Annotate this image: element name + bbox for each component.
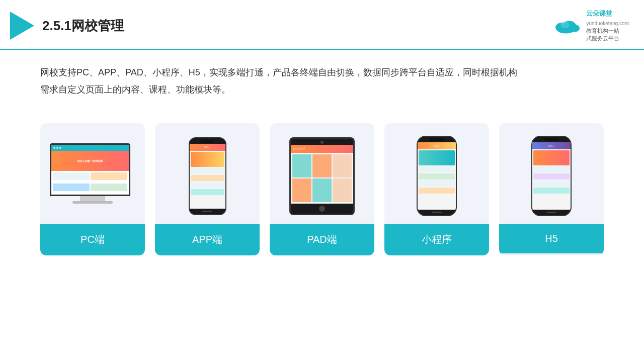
pad-cell-6 bbox=[333, 178, 352, 202]
card-app: 职达人 APP端 bbox=[155, 123, 260, 255]
brand-url: yunduoketang.com bbox=[586, 21, 629, 26]
app-screen-content: 职达人 bbox=[190, 144, 225, 209]
app-phone-screen: 职达人 bbox=[190, 144, 225, 209]
pad-screen-content: 职达人训练课 bbox=[291, 145, 353, 204]
pc-screen-content: 职达人的第一堂训练课 bbox=[51, 145, 129, 195]
miniprogram-screen: 职达人 bbox=[418, 142, 456, 210]
brand-tagline: 教育机构一站式服务云平台 bbox=[586, 27, 629, 43]
pc-nav-bar bbox=[51, 145, 129, 151]
pc-screen: 职达人的第一堂训练课 bbox=[50, 143, 130, 196]
pc-mockup: 职达人的第一堂训练课 bbox=[50, 143, 135, 209]
cloud-icon bbox=[553, 17, 583, 35]
app-row-4 bbox=[191, 189, 224, 195]
app-row-3 bbox=[191, 182, 224, 188]
miniprogram-row-2 bbox=[419, 173, 455, 179]
h5-banner bbox=[533, 150, 570, 165]
h5-row-4 bbox=[533, 188, 570, 194]
description-paragraph: 网校支持PC、APP、PAD、小程序、H5，实现多端打通，产品各终端自由切换，数… bbox=[40, 64, 604, 98]
miniprogram-home-indicator bbox=[432, 212, 442, 213]
h5-screen: 职达人 bbox=[532, 142, 571, 210]
pc-nav-dot3 bbox=[59, 147, 61, 149]
pc-body bbox=[51, 171, 129, 195]
header: 2.5.1网校管理 云朵课堂 yunduoketang.com 教育机构一站式服… bbox=[0, 0, 644, 50]
pad-cell-4 bbox=[292, 178, 311, 202]
h5-row-2 bbox=[533, 173, 570, 179]
cards-section: 职达人的第一堂训练课 PC端 bbox=[0, 108, 644, 270]
pc-mini-card-2 bbox=[91, 172, 127, 180]
app-phone-notch bbox=[200, 140, 214, 143]
miniprogram-phone-mockup: 职达人 bbox=[417, 136, 457, 216]
miniprogram-body bbox=[418, 149, 456, 210]
miniprogram-banner bbox=[419, 150, 455, 165]
h5-notch bbox=[544, 138, 559, 141]
brand-name: 云朵课堂 bbox=[586, 9, 629, 18]
h5-home-indicator bbox=[546, 212, 556, 213]
h5-row-1 bbox=[533, 166, 570, 172]
miniprogram-header-text: 职达人 bbox=[434, 145, 440, 147]
pc-hero-text: 职达人的第一堂训练课 bbox=[77, 159, 103, 162]
app-home-indicator bbox=[202, 211, 212, 212]
brand-text: 云朵课堂 yunduoketang.com 教育机构一站式服务云平台 bbox=[586, 9, 629, 43]
pad-top-text: 职达人训练课 bbox=[293, 147, 305, 150]
h5-header-text: 职达人 bbox=[548, 145, 554, 147]
app-header-text: 职达人 bbox=[204, 146, 210, 148]
description-text: 网校支持PC、APP、PAD、小程序、H5，实现多端打通，产品各终端自由切换，数… bbox=[0, 50, 644, 103]
pc-mini-card-3 bbox=[53, 184, 90, 191]
pad-tablet-mockup: 职达人训练课 bbox=[289, 137, 355, 215]
h5-header: 职达人 bbox=[532, 142, 571, 149]
card-h5-label: H5 bbox=[499, 224, 604, 253]
pc-stand bbox=[80, 196, 105, 201]
pc-nav-dot bbox=[53, 147, 55, 149]
miniprogram-header: 职达人 bbox=[418, 142, 456, 149]
h5-screen-content: 职达人 bbox=[532, 142, 571, 210]
card-pad: 职达人训练课 PAD端 bbox=[270, 123, 374, 255]
pad-cell-2 bbox=[312, 154, 332, 178]
card-pc-image-area: 职达人的第一堂训练课 bbox=[40, 123, 145, 224]
pad-tablet-screen: 职达人训练课 bbox=[291, 145, 353, 204]
pc-nav-dot2 bbox=[56, 147, 58, 149]
card-app-label: APP端 bbox=[155, 224, 260, 255]
app-phone-body bbox=[190, 151, 225, 209]
card-app-image-area: 职达人 bbox=[155, 123, 260, 224]
pad-cell-1 bbox=[292, 154, 311, 178]
h5-row-3 bbox=[533, 180, 570, 187]
h5-phone-mockup: 职达人 bbox=[531, 136, 572, 216]
pc-mini-card-4 bbox=[91, 184, 127, 191]
card-miniprogram: 职达人 小程序 bbox=[384, 123, 489, 255]
app-row-2 bbox=[191, 175, 224, 181]
card-miniprogram-image-area: 职达人 bbox=[384, 123, 489, 224]
card-pad-label: PAD端 bbox=[270, 224, 374, 255]
pad-top-bar: 职达人训练课 bbox=[291, 145, 353, 153]
pad-camera bbox=[320, 141, 324, 144]
card-h5-image-area: 职达人 bbox=[499, 123, 604, 224]
header-right: 云朵课堂 yunduoketang.com 教育机构一站式服务云平台 bbox=[553, 9, 629, 43]
pad-cell-5 bbox=[312, 178, 332, 202]
pad-home-button bbox=[319, 206, 325, 212]
app-phone-mockup: 职达人 bbox=[189, 137, 226, 215]
header-left: 2.5.1网校管理 bbox=[10, 12, 124, 40]
page-title: 2.5.1网校管理 bbox=[42, 17, 124, 35]
card-pad-image-area: 职达人训练课 bbox=[270, 123, 374, 224]
card-h5: 职达人 H5 bbox=[499, 123, 604, 255]
svg-point-4 bbox=[561, 22, 570, 29]
miniprogram-screen-content: 职达人 bbox=[418, 142, 456, 210]
pc-mini-card-1 bbox=[53, 172, 90, 180]
pad-cell-3 bbox=[333, 154, 352, 178]
app-banner bbox=[191, 152, 224, 167]
card-pc-label: PC端 bbox=[40, 224, 145, 255]
card-miniprogram-label: 小程序 bbox=[384, 224, 489, 255]
miniprogram-row-3 bbox=[419, 180, 455, 187]
miniprogram-row-4 bbox=[419, 188, 455, 194]
pc-base bbox=[72, 201, 113, 204]
app-phone-header: 职达人 bbox=[190, 144, 225, 151]
miniprogram-row-1 bbox=[419, 166, 455, 172]
pc-hero: 职达人的第一堂训练课 bbox=[51, 151, 129, 171]
svg-point-3 bbox=[570, 25, 580, 32]
pad-grid bbox=[291, 153, 353, 204]
card-pc: 职达人的第一堂训练课 PC端 bbox=[40, 123, 145, 255]
brand-logo: 云朵课堂 yunduoketang.com 教育机构一站式服务云平台 bbox=[553, 9, 629, 43]
app-row-1 bbox=[191, 168, 224, 174]
miniprogram-notch bbox=[429, 138, 444, 141]
logo-triangle-icon bbox=[10, 12, 34, 40]
h5-body bbox=[532, 149, 571, 210]
